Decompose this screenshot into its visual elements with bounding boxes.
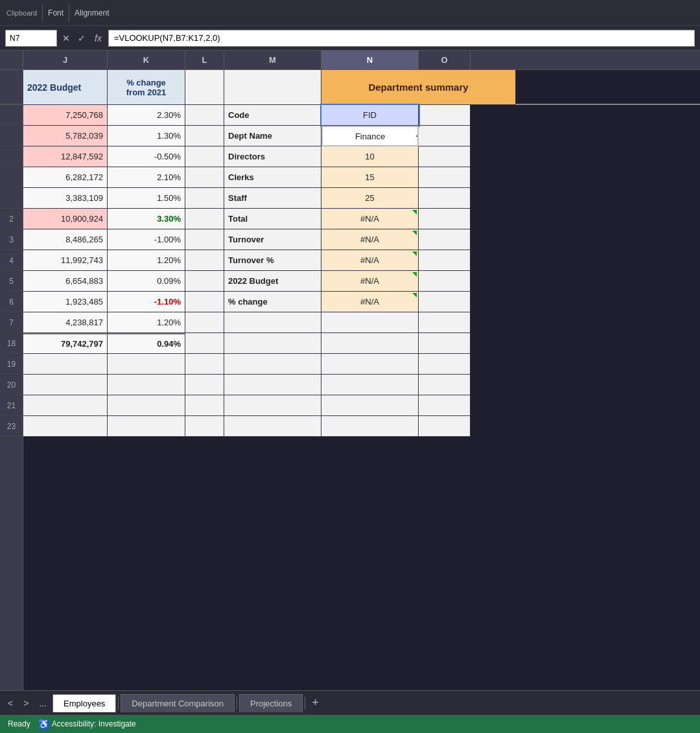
cell-m-deptname[interactable]: Dept Name [224,126,321,146]
cell-k-5[interactable]: 1.50% [108,188,185,209]
cell-l-1[interactable] [185,105,224,126]
add-sheet-button[interactable]: + [307,696,324,710]
col-header-n[interactable]: N [321,51,419,69]
cell-k-20[interactable] [108,375,185,395]
cell-n-18[interactable] [321,333,419,354]
cell-n-20[interactable] [321,375,419,395]
sheet-tab-department-comparison[interactable]: Department Comparison [121,694,235,712]
cell-n-23[interactable] [321,416,419,437]
cell-l-4[interactable] [185,167,224,188]
cell-o-9[interactable] [419,271,471,292]
cell-l-20[interactable] [185,375,224,395]
cell-o-21[interactable] [419,395,471,416]
cell-n-turnover-pct-val[interactable]: #N/A [321,250,419,271]
col-header-j[interactable]: J [23,51,108,69]
cell-j-1[interactable]: 7,250,768 [23,105,108,126]
cell-n-21[interactable] [321,395,419,416]
cell-m-staff[interactable]: Staff [224,188,321,209]
cell-j-5[interactable]: 3,383,109 [23,188,108,209]
cell-k-10[interactable]: -1.10% [108,292,185,312]
col-header-m[interactable]: M [224,51,321,69]
cell-j-9[interactable]: 6,654,883 [23,271,108,292]
cell-m-20[interactable] [224,375,321,395]
cell-n-directors-val[interactable]: 10 [321,146,419,167]
cell-l-6[interactable] [185,209,224,229]
cell-m-turnover[interactable]: Turnover [224,229,321,250]
cell-o-18[interactable] [419,333,471,354]
cell-l-9[interactable] [185,271,224,292]
cell-k-19[interactable] [108,354,185,375]
sheet-nav-prev[interactable]: < [3,695,18,711]
cell-l-18[interactable] [185,333,224,354]
accessibility-status[interactable]: ♿ Accessibility: Investigate [38,719,136,729]
cell-m-clerks[interactable]: Clerks [224,167,321,188]
cell-m-code[interactable]: Code [224,105,321,126]
cancel-formula-icon[interactable]: ✕ [60,32,73,45]
cell-j-4[interactable]: 6,282,172 [23,167,108,188]
cell-k-8[interactable]: 1.20% [108,250,185,271]
col-header-k[interactable]: K [108,51,185,69]
cell-m-header[interactable] [224,70,321,105]
cell-k-header[interactable]: % change from 2021 [108,70,185,105]
formula-input[interactable] [108,30,695,47]
cell-n-pct-change-val[interactable]: #N/A [321,292,419,312]
sheet-tab-employees[interactable]: Employees [52,694,116,712]
cell-k-total[interactable]: 0.94% [108,333,185,354]
col-header-o[interactable]: O [419,51,471,69]
cell-m-pct-change[interactable]: % change [224,292,321,312]
cell-o-11[interactable] [419,312,471,333]
cell-n-fid[interactable]: FID [321,105,419,126]
sheet-nav-next[interactable]: > [18,695,34,711]
cell-j-19[interactable] [23,354,108,375]
cell-l-11[interactable] [185,312,224,333]
cell-o-19[interactable] [419,354,471,375]
cell-j-10[interactable]: 1,923,485 [23,292,108,312]
cell-k-2[interactable]: 1.30% [108,126,185,146]
cell-l-23[interactable] [185,416,224,437]
cell-k-1[interactable]: 2.30% [108,105,185,126]
cell-n-staff-val[interactable]: 25 [321,188,419,209]
cell-n-budget-val[interactable]: #N/A [321,271,419,292]
cell-k-21[interactable] [108,395,185,416]
cell-k-7[interactable]: -1.00% [108,229,185,250]
cell-o-8[interactable] [419,250,471,271]
sheet-nav-more[interactable]: ... [34,695,52,711]
cell-k-3[interactable]: -0.50% [108,146,185,167]
cell-n-11[interactable] [321,312,419,333]
cell-j-total[interactable]: 79,742,797 [23,333,108,354]
cell-o-20[interactable] [419,375,471,395]
cell-m-budget-2022[interactable]: 2022 Budget [224,271,321,292]
cell-k-9[interactable]: 0.09% [108,271,185,292]
cell-j-6[interactable]: 10,900,924 [23,209,108,229]
cell-o-10[interactable] [419,292,471,312]
cell-j-7[interactable]: 8,486,265 [23,229,108,250]
cell-m-19[interactable] [224,354,321,375]
cell-l-2[interactable] [185,126,224,146]
cell-j-8[interactable]: 11,992,743 [23,250,108,271]
cell-l-7[interactable] [185,229,224,250]
cell-l-5[interactable] [185,188,224,209]
cell-o-1[interactable] [419,105,471,126]
cell-m-23[interactable] [224,416,321,437]
cell-o-4[interactable] [419,167,471,188]
sheet-tab-projections[interactable]: Projections [239,694,303,712]
cell-j-20[interactable] [23,375,108,395]
cell-j-21[interactable] [23,395,108,416]
cell-l-21[interactable] [185,395,224,416]
cell-o-5[interactable] [419,188,471,209]
cell-n-finance[interactable]: Finance + [321,126,419,146]
cell-o-6[interactable] [419,209,471,229]
name-box[interactable]: N7 [5,30,57,47]
col-header-l[interactable]: L [185,51,224,69]
cell-m-11[interactable] [224,312,321,333]
cell-j-header[interactable]: 2022 Budget [23,70,108,105]
cell-j-3[interactable]: 12,847,592 [23,146,108,167]
cell-k-11[interactable]: 1.20% [108,312,185,333]
cell-l-header[interactable] [185,70,224,105]
cell-k-23[interactable] [108,416,185,437]
cell-j-11[interactable]: 4,238,817 [23,312,108,333]
cell-k-4[interactable]: 2.10% [108,167,185,188]
cell-l-10[interactable] [185,292,224,312]
confirm-formula-icon[interactable]: ✓ [75,32,88,45]
cell-j-23[interactable] [23,416,108,437]
